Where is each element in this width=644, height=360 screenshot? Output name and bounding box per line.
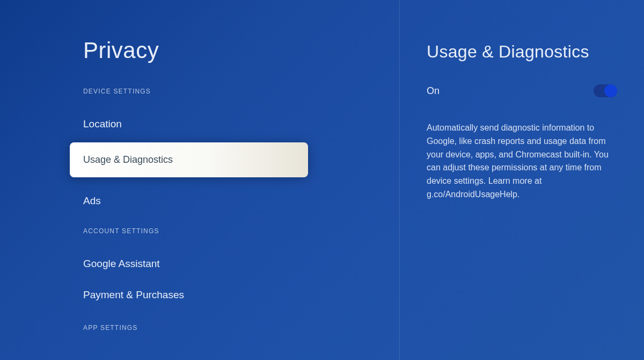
menu-item-usage-diagnostics[interactable]: Usage & Diagnostics [70,142,308,177]
menu-item-location[interactable]: Location [83,109,372,140]
detail-description: Automatically send diagnostic informatio… [427,121,623,201]
menu-item-ads[interactable]: Ads [83,185,372,217]
toggle-knob-icon [604,84,617,97]
detail-title: Usage & Diagnostics [427,42,623,62]
detail-panel: Usage & Diagnostics On Automatically sen… [399,0,644,360]
toggle-label: On [427,85,440,97]
menu-item-google-assistant[interactable]: Google Assistant [83,248,372,279]
menu-item-payment-purchases[interactable]: Payment & Purchases [83,279,372,311]
usage-diagnostics-toggle[interactable] [594,84,617,97]
app-settings-header: APP SETTINGS [83,324,372,332]
device-settings-header: DEVICE SETTINGS [83,88,372,95]
page-title: Privacy [83,38,372,63]
account-settings-header: ACCOUNT SETTINGS [83,227,372,235]
privacy-settings-panel: Privacy DEVICE SETTINGS Location Usage &… [0,0,399,360]
toggle-row: On [427,84,623,97]
